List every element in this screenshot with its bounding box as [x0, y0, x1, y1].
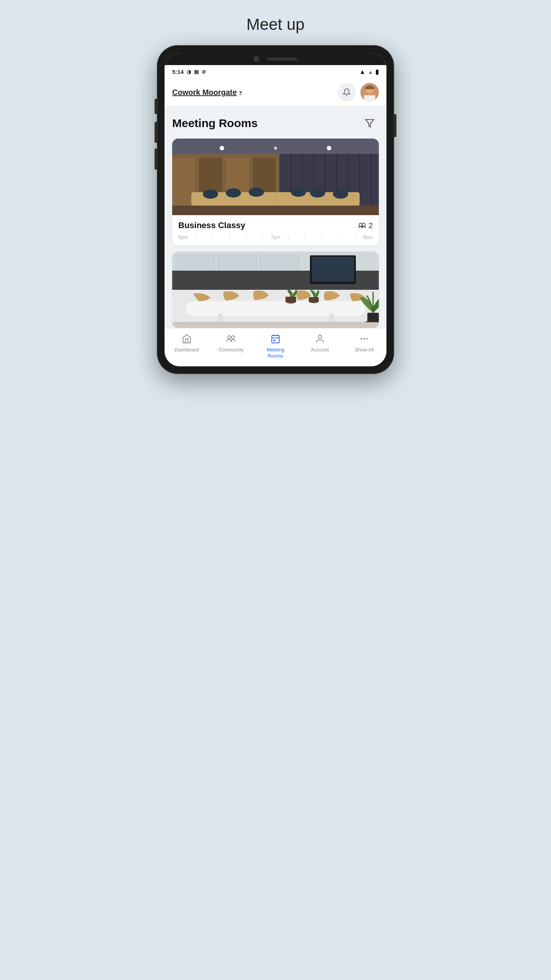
- svg-rect-35: [172, 206, 379, 215]
- nav-item-community[interactable]: Community: [209, 332, 253, 360]
- people-icon: [226, 334, 236, 345]
- time-tick-7pm: 7pm: [271, 234, 280, 240]
- signal-icon: ▲: [368, 69, 373, 75]
- wifi-icon: ▲: [359, 69, 365, 75]
- volume-up-button: [155, 122, 157, 143]
- svg-point-33: [310, 188, 325, 198]
- svg-point-32: [291, 188, 306, 197]
- battery-icon: ▮: [375, 68, 379, 75]
- svg-point-66: [360, 338, 362, 340]
- room-name-1: Business Classy: [178, 220, 245, 230]
- person-icon: [315, 334, 325, 345]
- filter-button[interactable]: [360, 114, 379, 132]
- calendar-icon: [271, 334, 280, 345]
- svg-point-59: [231, 336, 235, 339]
- room-image-1: [172, 139, 379, 215]
- room-info-1: Business Classy 2 6pm: [172, 215, 379, 245]
- nav-item-show-all[interactable]: Show All: [342, 332, 386, 360]
- volume-silent-button: [155, 99, 157, 114]
- section-header: Meeting Rooms: [172, 114, 379, 132]
- time-tick-8pm: 8pm: [363, 234, 373, 240]
- chevron-down-icon: ▾: [239, 89, 242, 95]
- phone-screen: 5:14 ◑ ▤ ⊘ ▲ ▲ ▮ Cowork Moorgate ▾: [165, 53, 386, 366]
- nav-label-community: Community: [218, 347, 244, 353]
- section-title: Meeting Rooms: [172, 117, 258, 130]
- workspace-selector[interactable]: Cowork Moorgate ▾: [172, 88, 242, 97]
- bottom-nav: Dashboard Community: [165, 328, 386, 366]
- dots-icon: [359, 334, 369, 345]
- time-row-1: 6pm 7pm: [178, 234, 373, 240]
- svg-point-11: [274, 147, 277, 150]
- room-card-2[interactable]: [172, 252, 379, 328]
- room-image-svg-2: [172, 252, 379, 328]
- svg-rect-64: [274, 340, 275, 341]
- app-title: Meet up: [246, 15, 305, 34]
- status-icon-2: ▤: [194, 69, 199, 75]
- svg-point-67: [364, 338, 365, 340]
- header-actions: [337, 83, 379, 101]
- status-icon-3: ⊘: [202, 69, 206, 75]
- svg-point-10: [327, 146, 331, 150]
- nav-item-dashboard[interactable]: Dashboard: [165, 332, 209, 360]
- timeline-ticks: [188, 235, 271, 240]
- nav-item-meeting-rooms[interactable]: Meeting Rooms: [253, 332, 298, 360]
- room-name-row-1: Business Classy 2: [178, 220, 373, 230]
- user-avatar[interactable]: [360, 83, 379, 101]
- svg-point-31: [249, 188, 264, 197]
- svg-rect-60: [272, 335, 279, 343]
- app-header: Cowork Moorgate ▾: [165, 78, 386, 106]
- notification-button[interactable]: [337, 83, 356, 101]
- nav-label-meeting-rooms: Meeting Rooms: [267, 347, 284, 359]
- room-image-2: [172, 252, 379, 328]
- svg-marker-4: [365, 119, 374, 127]
- svg-rect-54: [172, 322, 379, 328]
- svg-point-29: [203, 189, 218, 199]
- workspace-name: Cowork Moorgate: [172, 88, 237, 97]
- phone-top-bar: [165, 53, 386, 65]
- nav-item-account[interactable]: Account: [298, 332, 342, 360]
- nav-label-show-all: Show All: [355, 347, 374, 353]
- svg-point-9: [220, 146, 224, 150]
- svg-point-30: [226, 188, 241, 198]
- bell-icon: [342, 88, 351, 96]
- volume-down-button: [155, 149, 157, 170]
- status-bar: 5:14 ◑ ▤ ⊘ ▲ ▲ ▮: [165, 65, 386, 78]
- room-card-1[interactable]: Business Classy 2 6pm: [172, 139, 379, 245]
- svg-rect-47: [329, 314, 334, 323]
- filter-icon: [365, 118, 375, 128]
- speaker: [267, 57, 297, 60]
- avatar-svg: [360, 83, 379, 101]
- status-icon-1: ◑: [187, 69, 191, 75]
- svg-point-65: [318, 335, 322, 338]
- time-tick-6pm: 6pm: [178, 234, 188, 240]
- timeline-ticks-2: [280, 235, 363, 240]
- capacity-count-1: 2: [368, 221, 373, 230]
- room-image-svg-1: [172, 139, 379, 215]
- svg-point-34: [333, 189, 348, 199]
- avatar-image: [360, 83, 379, 101]
- main-content: Meeting Rooms: [165, 106, 386, 328]
- svg-rect-45: [186, 301, 365, 316]
- svg-point-68: [366, 338, 368, 340]
- svg-rect-46: [218, 314, 223, 323]
- status-right: ▲ ▲ ▮: [359, 68, 379, 75]
- status-time: 5:14: [172, 69, 184, 75]
- home-icon: [182, 334, 192, 345]
- room-capacity-1: 2: [358, 221, 373, 230]
- camera: [254, 56, 259, 62]
- power-button: [394, 114, 396, 137]
- svg-rect-3: [364, 95, 375, 101]
- svg-rect-49: [285, 297, 296, 302]
- status-left: 5:14 ◑ ▤ ⊘: [172, 69, 206, 75]
- nav-label-account: Account: [311, 347, 329, 353]
- svg-rect-51: [309, 297, 319, 302]
- phone-frame: 5:14 ◑ ▤ ⊘ ▲ ▲ ▮ Cowork Moorgate ▾: [157, 45, 394, 374]
- capacity-icon-1: [358, 222, 366, 229]
- nav-label-dashboard: Dashboard: [174, 347, 199, 353]
- svg-rect-57: [312, 257, 354, 282]
- svg-point-58: [228, 336, 231, 339]
